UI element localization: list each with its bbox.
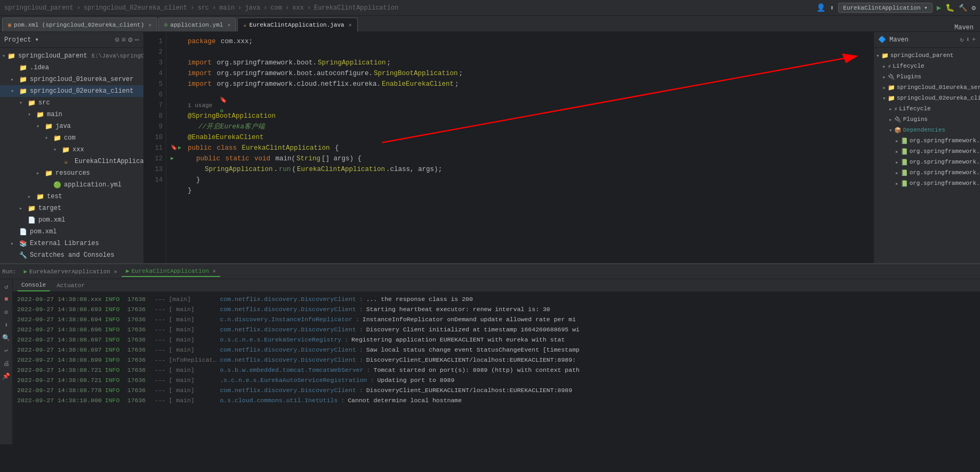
breadcrumb-xxx[interactable]: xxx xyxy=(292,4,304,12)
log-bracket-2: [ main] xyxy=(168,324,216,335)
maven-springcloud-parent[interactable]: ▾ 📁 springcloud_parent xyxy=(874,50,980,61)
tree-item-test[interactable]: ▸ 📁 test xyxy=(0,191,143,202)
maven-refresh-icon[interactable]: ↻ xyxy=(960,36,963,44)
console-filter-btn[interactable]: 🔍 xyxy=(1,332,12,343)
code-body[interactable]: package com.xxx; import org.springframew… xyxy=(166,32,873,263)
run-tab-client-close[interactable]: ✕ xyxy=(213,268,216,274)
tree-item-springcloud-parent[interactable]: ▾ 📁 springcloud_parent E:\Java\springClo… xyxy=(0,50,143,62)
tree-item-external-libs[interactable]: ▸ 📚 External Libraries xyxy=(0,238,143,249)
debug-button[interactable]: 🐛 xyxy=(945,3,954,12)
settings-icon[interactable]: ⚙ xyxy=(971,4,976,12)
breadcrumb-com[interactable]: com xyxy=(270,4,282,12)
tab-java-close[interactable]: ✕ xyxy=(349,22,352,28)
bottom-panel: Run: ▶ EurekaServerApplication ✕ ▶ Eurek… xyxy=(0,263,980,444)
maven-label-client: springcloud_02eureka_client xyxy=(897,95,980,101)
breadcrumb-java[interactable]: java xyxy=(245,4,260,12)
breadcrumb-main[interactable]: main xyxy=(219,4,235,12)
maven-dep-4[interactable]: ▸ 📗 org.springframework.s xyxy=(874,167,980,178)
folder-icon-server: 📁 xyxy=(19,76,28,84)
gutter-11: ▶ xyxy=(171,153,187,164)
breadcrumb-src[interactable]: src xyxy=(197,4,209,12)
editor-area: 1 2 3 4 5 6 7 8 9 10 11 12 13 14 xyxy=(144,32,873,263)
log-bracket-9: [ main] xyxy=(168,395,216,405)
maven-arrow-dep4: ▸ xyxy=(895,169,899,176)
yml-file-icon: 🟢 xyxy=(53,181,62,189)
tree-item-xxx[interactable]: ▾ 📁 xxx xyxy=(0,144,143,156)
tab-pom-close[interactable]: ✕ xyxy=(148,22,151,28)
maven-dep-1[interactable]: ▸ 📗 org.springframework.boo xyxy=(874,135,980,146)
run-tab-server-close[interactable]: ✕ xyxy=(114,268,117,275)
tree-item-client[interactable]: ▾ 📁 springcloud_02eureka_client xyxy=(0,85,143,97)
maven-title: Maven xyxy=(889,36,909,44)
maven-plugins-2[interactable]: ▸ 🔌 Plugins xyxy=(874,114,980,125)
type-eureka-clint: EurekaClintApplication xyxy=(297,164,385,175)
maven-dep-2[interactable]: ▸ 📗 org.springframework.b xyxy=(874,146,980,157)
breadcrumb-springcloud-parent[interactable]: springcloud_parent xyxy=(4,4,74,12)
maven-download-icon[interactable]: ⬇ xyxy=(966,36,970,44)
vcs-icon[interactable]: ⬆ xyxy=(830,4,834,12)
tree-item-resources[interactable]: ▸ 📁 resources xyxy=(0,167,143,179)
sidebar-locate-icon[interactable]: ⊙ xyxy=(115,35,119,44)
maven-dep-5[interactable]: ▸ 📗 org.springframework.clo xyxy=(874,178,980,189)
console-clear-btn[interactable]: ⊘ xyxy=(1,307,12,318)
tab-application-yml[interactable]: ⚙ application.yml ✕ xyxy=(158,18,236,31)
log-bracket-0: [ main] xyxy=(168,304,216,314)
maven-lifecycle-1[interactable]: ▸ ⚡ Lifecycle xyxy=(874,61,980,71)
run-tab-server[interactable]: ▶ EurekaServerApplication ✕ xyxy=(19,266,121,276)
brace-close-method: } xyxy=(188,175,200,185)
tree-item-pom-client[interactable]: 📄 pom.xml xyxy=(0,214,143,226)
tab-yml-close[interactable]: ✕ xyxy=(227,22,230,28)
tab-eureka-java[interactable]: ☕ EurekaClintApplication.java ✕ xyxy=(237,18,357,31)
tree-item-idea[interactable]: 📁 .idea xyxy=(0,62,143,74)
sidebar-collapse-icon[interactable]: ≡ xyxy=(122,36,126,44)
tree-item-target[interactable]: ▸ 📁 target xyxy=(0,202,143,214)
user-icon[interactable]: 👤 xyxy=(816,3,825,12)
tree-item-java[interactable]: ▾ 📁 java xyxy=(0,120,143,132)
maven-plugins-1[interactable]: ▸ 🔌 Plugins xyxy=(874,71,980,82)
maven-dependencies[interactable]: ▾ 📦 Dependencies xyxy=(874,125,980,135)
tab-pom-xml[interactable]: ▣ pom.xml (springcloud_02eureka_client) … xyxy=(2,18,157,31)
pom-root-icon: 📄 xyxy=(19,228,28,236)
sidebar-more-icon[interactable]: ⋯ xyxy=(135,35,139,44)
maven-arrow-pl1: ▸ xyxy=(882,74,886,80)
tree-item-com[interactable]: ▾ 📁 com xyxy=(0,132,143,144)
line-numbers: 1 2 3 4 5 6 7 8 9 10 11 12 13 14 xyxy=(144,32,166,263)
console-log-body[interactable]: 2022-09-27 14:38:08.xxx INFO 17636 --- [… xyxy=(13,292,980,444)
tree-item-scratches[interactable]: 🔧 Scratches and Consoles xyxy=(0,249,143,261)
tab-actuator[interactable]: Actuator xyxy=(52,280,89,291)
run-config-selector[interactable]: EurekaClintApplication ▾ xyxy=(838,3,932,13)
console-print-btn[interactable]: 🖨 xyxy=(1,358,12,369)
sep3: › xyxy=(212,4,216,12)
code-line-8: //开启Eureka客户端 xyxy=(171,121,869,132)
run-button[interactable]: ▶ xyxy=(937,3,941,12)
ext-libs-icon: 📚 xyxy=(19,240,28,248)
label-scratches: Scratches and Consoles xyxy=(30,251,114,259)
maven-server-module[interactable]: ▸ 📁 springcloud_01eureka_server xyxy=(874,82,980,93)
code-container[interactable]: 1 2 3 4 5 6 7 8 9 10 11 12 13 14 xyxy=(144,32,873,263)
breadcrumb-eureka[interactable]: EurekaClintApplication xyxy=(314,4,398,12)
build-button[interactable]: 🔨 xyxy=(959,4,967,12)
maven-lifecycle-2[interactable]: ▸ ⚡ Lifecycle xyxy=(874,103,980,114)
tree-item-pom-root[interactable]: 📄 pom.xml xyxy=(0,226,143,238)
run-tab-client[interactable]: ▶ EurekaClintApplication ✕ xyxy=(122,266,220,277)
maven-icon-pl1: 🔌 xyxy=(888,74,895,80)
tree-item-src[interactable]: ▾ 📁 src xyxy=(0,97,143,109)
breadcrumb-02eureka-client[interactable]: springcloud_02eureka_client xyxy=(84,4,187,12)
tree-item-eureka-clint[interactable]: ☕ EurekaClintApplication xyxy=(0,156,143,167)
tab-console[interactable]: Console xyxy=(17,280,50,291)
sidebar-gear-icon[interactable]: ⚙ xyxy=(128,35,132,44)
log-level-8: INFO xyxy=(105,385,124,395)
tree-item-main[interactable]: ▾ 📁 main xyxy=(0,109,143,120)
console-stop-btn[interactable]: ■ xyxy=(1,294,12,305)
label-parent: springcloud_parent xyxy=(18,52,87,60)
sep7: › xyxy=(307,4,311,12)
console-scroll-btn[interactable]: ⬇ xyxy=(1,320,12,330)
maven-dep-3[interactable]: ▸ 📗 org.springframework.b xyxy=(874,157,980,167)
maven-add-icon[interactable]: + xyxy=(972,36,976,44)
tree-item-app-yml[interactable]: 🟢 application.yml xyxy=(0,179,143,191)
console-restart-btn[interactable]: ↺ xyxy=(1,281,12,292)
maven-client-module[interactable]: ▾ 📁 springcloud_02eureka_client xyxy=(874,93,980,103)
console-wrap-btn[interactable]: ↩ xyxy=(1,345,12,356)
console-pin-btn[interactable]: 📌 xyxy=(1,371,12,381)
tree-item-server[interactable]: ▸ 📁 springcloud_01eureka_server xyxy=(0,74,143,85)
